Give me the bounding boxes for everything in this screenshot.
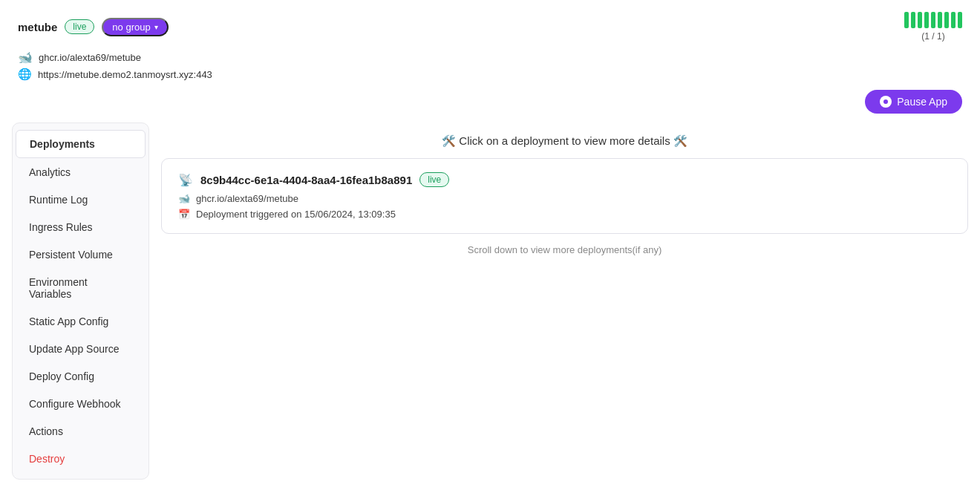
deployment-image: ghcr.io/alexta69/metube xyxy=(196,193,298,204)
pause-btn-label: Pause App xyxy=(897,96,947,108)
globe-icon: 🌐 xyxy=(18,68,32,81)
scroll-hint: Scroll down to view more deployments(if … xyxy=(161,244,968,255)
group-button[interactable]: no group ▾ xyxy=(102,18,168,36)
sidebar-item-runtime-log[interactable]: Runtime Log xyxy=(16,186,146,213)
sidebar-item-configure-webhook[interactable]: Configure Webhook xyxy=(16,390,146,417)
sidebar-item-destroy[interactable]: Destroy xyxy=(16,445,146,472)
instance-status: (1 / 1) xyxy=(904,12,962,42)
pause-icon xyxy=(880,96,892,108)
deployment-trigger-row: 📅 Deployment triggered on 15/06/2024, 13… xyxy=(178,209,951,220)
deployment-live-badge: live xyxy=(419,172,449,187)
bar-3 xyxy=(918,12,922,28)
url-row: 🌐 https://metube.demo2.tanmoysrt.xyz:443 xyxy=(18,68,962,81)
sidebar-item-deployments[interactable]: Deployments xyxy=(16,130,146,158)
app-url[interactable]: https://metube.demo2.tanmoysrt.xyz:443 xyxy=(38,69,212,80)
bar-6 xyxy=(938,12,942,28)
pause-icon-inner xyxy=(883,99,888,104)
sidebar-item-analytics[interactable]: Analytics xyxy=(16,159,146,186)
bar-8 xyxy=(951,12,956,28)
header-left: metube live no group ▾ xyxy=(18,18,169,36)
sidebar-item-persistent-volume[interactable]: Persistent Volume xyxy=(16,241,146,268)
deployment-triggered: Deployment triggered on 15/06/2024, 13:0… xyxy=(196,209,396,220)
instance-count: (1 / 1) xyxy=(921,31,944,42)
image-row: 🐋 ghcr.io/alexta69/metube xyxy=(18,50,962,65)
deployment-whale-icon: 🐋 xyxy=(178,193,190,204)
deployment-id: 8c9b44cc-6e1a-4404-8aa4-16fea1b8a891 xyxy=(200,174,412,186)
pause-app-button[interactable]: Pause App xyxy=(865,90,962,114)
chevron-down-icon: ▾ xyxy=(154,23,158,31)
sidebar-item-static-app-config[interactable]: Static App Config xyxy=(16,308,146,335)
instance-bars xyxy=(904,12,962,28)
deploy-whale-icon: 📡 xyxy=(178,173,193,187)
bar-9 xyxy=(958,12,962,28)
app-image: ghcr.io/alexta69/metube xyxy=(39,52,141,63)
pause-btn-area: Pause App xyxy=(0,84,980,122)
sidebar-item-environment-variables[interactable]: Environment Variables xyxy=(16,269,146,307)
bar-7 xyxy=(944,12,949,28)
sidebar-item-update-app-source[interactable]: Update App Source xyxy=(16,336,146,362)
deployment-card-header: 📡 8c9b44cc-6e1a-4404-8aa4-16fea1b8a891 l… xyxy=(178,172,951,187)
sidebar-item-ingress-rules[interactable]: Ingress Rules xyxy=(16,214,146,241)
content-area: 🛠️ Click on a deployment to view more de… xyxy=(161,122,968,480)
deployment-calendar-icon: 📅 xyxy=(178,209,190,220)
deployment-card[interactable]: 📡 8c9b44cc-6e1a-4404-8aa4-16fea1b8a891 l… xyxy=(161,158,968,234)
click-hint: 🛠️ Click on a deployment to view more de… xyxy=(161,122,968,158)
sidebar-item-actions[interactable]: Actions xyxy=(16,418,146,445)
bar-4 xyxy=(924,12,929,28)
sidebar: Deployments Analytics Runtime Log Ingres… xyxy=(12,122,149,480)
live-badge: live xyxy=(65,19,94,34)
bar-5 xyxy=(931,12,935,28)
whale-icon: 🐋 xyxy=(18,50,33,65)
header: metube live no group ▾ (1 / 1) xyxy=(0,0,980,48)
app-name: metube xyxy=(18,21,57,33)
sub-header: 🐋 ghcr.io/alexta69/metube 🌐 https://metu… xyxy=(0,48,980,84)
sidebar-item-deploy-config[interactable]: Deploy Config xyxy=(16,363,146,390)
deployment-image-row: 🐋 ghcr.io/alexta69/metube xyxy=(178,193,951,204)
bar-2 xyxy=(911,12,915,28)
bar-1 xyxy=(904,12,909,28)
main-layout: Deployments Analytics Runtime Log Ingres… xyxy=(0,122,980,487)
group-label: no group xyxy=(112,22,150,33)
